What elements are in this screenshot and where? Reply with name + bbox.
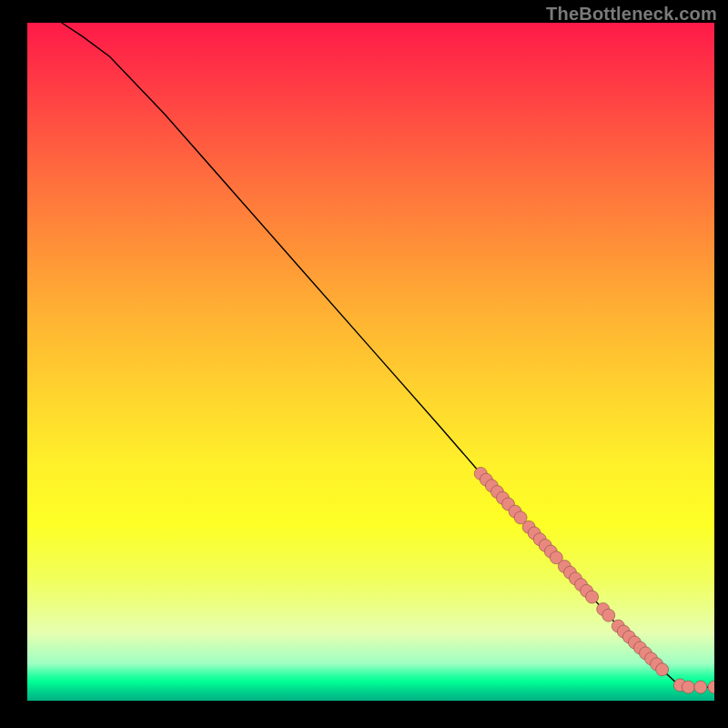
marker-group (474, 467, 714, 693)
data-point (708, 681, 714, 693)
bottleneck-curve (62, 23, 714, 687)
plot-area (27, 23, 714, 701)
data-point (602, 609, 615, 622)
data-point (682, 681, 694, 693)
chart-svg (27, 23, 714, 701)
watermark-text: TheBottleneck.com (546, 4, 717, 25)
chart-stage: TheBottleneck.com (0, 0, 728, 728)
data-point (656, 663, 669, 676)
data-point (586, 591, 599, 603)
data-point (694, 681, 707, 693)
